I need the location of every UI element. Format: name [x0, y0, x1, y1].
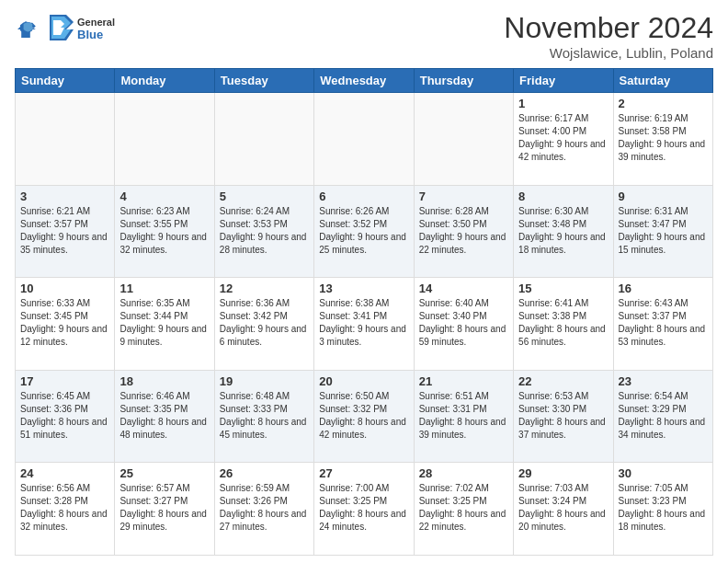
calendar-cell: 14Sunrise: 6:40 AM Sunset: 3:40 PM Dayli…	[414, 278, 513, 371]
day-number: 3	[20, 190, 109, 203]
day-info: Sunrise: 6:24 AM Sunset: 3:53 PM Dayligh…	[220, 205, 309, 257]
day-info: Sunrise: 6:59 AM Sunset: 3:26 PM Dayligh…	[220, 482, 309, 534]
day-number: 2	[619, 97, 708, 110]
calendar-cell: 30Sunrise: 7:05 AM Sunset: 3:23 PM Dayli…	[613, 463, 712, 556]
header-saturday: Saturday	[613, 69, 712, 93]
calendar-cell: 1Sunrise: 6:17 AM Sunset: 4:00 PM Daylig…	[514, 93, 613, 186]
day-info: Sunrise: 6:21 AM Sunset: 3:57 PM Dayligh…	[20, 205, 109, 257]
day-info: Sunrise: 6:17 AM Sunset: 4:00 PM Dayligh…	[518, 112, 608, 164]
calendar-cell: 12Sunrise: 6:36 AM Sunset: 3:42 PM Dayli…	[214, 278, 313, 371]
day-number: 18	[119, 374, 209, 388]
day-info: Sunrise: 6:53 AM Sunset: 3:30 PM Dayligh…	[518, 390, 608, 442]
calendar-cell: 26Sunrise: 6:59 AM Sunset: 3:26 PM Dayli…	[214, 463, 313, 556]
calendar-cell: 11Sunrise: 6:35 AM Sunset: 3:44 PM Dayli…	[115, 278, 214, 371]
calendar-cell: 16Sunrise: 6:43 AM Sunset: 3:37 PM Dayli…	[613, 278, 712, 371]
day-info: Sunrise: 6:48 AM Sunset: 3:33 PM Dayligh…	[220, 390, 309, 442]
day-info: Sunrise: 6:38 AM Sunset: 3:41 PM Dayligh…	[319, 297, 408, 349]
day-number: 22	[518, 374, 608, 388]
day-info: Sunrise: 6:41 AM Sunset: 3:38 PM Dayligh…	[518, 297, 608, 349]
month-title: November 2024	[504, 11, 713, 45]
day-number: 29	[518, 466, 608, 480]
top-section: General Blue November 2024 Wojslawice, L…	[15, 11, 713, 61]
calendar-cell	[314, 93, 414, 186]
week-row-2: 3Sunrise: 6:21 AM Sunset: 3:57 PM Daylig…	[16, 185, 713, 278]
logo-text: General Blue	[40, 11, 123, 48]
header-sunday: Sunday	[16, 69, 115, 93]
header-tuesday: Tuesday	[214, 69, 313, 93]
day-info: Sunrise: 6:51 AM Sunset: 3:31 PM Dayligh…	[419, 390, 508, 442]
calendar-cell	[214, 93, 313, 186]
day-number: 14	[419, 282, 508, 295]
calendar-cell: 25Sunrise: 6:57 AM Sunset: 3:27 PM Dayli…	[115, 463, 214, 556]
calendar-cell: 20Sunrise: 6:50 AM Sunset: 3:32 PM Dayli…	[314, 370, 414, 463]
calendar: Sunday Monday Tuesday Wednesday Thursday…	[15, 68, 713, 556]
day-info: Sunrise: 6:54 AM Sunset: 3:29 PM Dayligh…	[619, 390, 708, 442]
day-info: Sunrise: 6:56 AM Sunset: 3:28 PM Dayligh…	[20, 482, 109, 534]
calendar-cell: 22Sunrise: 6:53 AM Sunset: 3:30 PM Dayli…	[514, 370, 613, 463]
calendar-cell	[115, 93, 214, 186]
day-info: Sunrise: 7:03 AM Sunset: 3:24 PM Dayligh…	[518, 482, 608, 534]
day-info: Sunrise: 6:23 AM Sunset: 3:55 PM Dayligh…	[119, 205, 209, 257]
day-info: Sunrise: 7:05 AM Sunset: 3:23 PM Dayligh…	[619, 482, 708, 534]
logo-icon	[15, 18, 37, 40]
day-number: 25	[119, 466, 209, 480]
day-number: 9	[619, 190, 708, 203]
day-number: 17	[20, 374, 109, 388]
day-number: 24	[20, 466, 109, 480]
logo: General Blue	[15, 11, 123, 48]
week-row-3: 10Sunrise: 6:33 AM Sunset: 3:45 PM Dayli…	[16, 278, 713, 371]
day-number: 30	[619, 466, 708, 480]
day-info: Sunrise: 7:02 AM Sunset: 3:25 PM Dayligh…	[419, 482, 508, 534]
calendar-cell	[16, 93, 115, 186]
calendar-cell: 24Sunrise: 6:56 AM Sunset: 3:28 PM Dayli…	[16, 463, 115, 556]
calendar-cell	[414, 93, 513, 186]
calendar-cell: 5Sunrise: 6:24 AM Sunset: 3:53 PM Daylig…	[214, 185, 313, 278]
day-number: 10	[20, 282, 109, 295]
day-info: Sunrise: 6:33 AM Sunset: 3:45 PM Dayligh…	[20, 297, 109, 349]
day-info: Sunrise: 6:46 AM Sunset: 3:35 PM Dayligh…	[119, 390, 209, 442]
calendar-cell: 3Sunrise: 6:21 AM Sunset: 3:57 PM Daylig…	[16, 185, 115, 278]
calendar-cell: 8Sunrise: 6:30 AM Sunset: 3:48 PM Daylig…	[514, 185, 613, 278]
header-wednesday: Wednesday	[314, 69, 414, 93]
svg-text:General: General	[77, 17, 115, 28]
day-number: 1	[518, 97, 608, 110]
calendar-cell: 9Sunrise: 6:31 AM Sunset: 3:47 PM Daylig…	[613, 185, 712, 278]
calendar-cell: 2Sunrise: 6:19 AM Sunset: 3:58 PM Daylig…	[613, 93, 712, 186]
day-info: Sunrise: 6:57 AM Sunset: 3:27 PM Dayligh…	[119, 482, 209, 534]
header-friday: Friday	[514, 69, 613, 93]
header-row: Sunday Monday Tuesday Wednesday Thursday…	[16, 69, 713, 93]
calendar-cell: 23Sunrise: 6:54 AM Sunset: 3:29 PM Dayli…	[613, 370, 712, 463]
day-info: Sunrise: 6:50 AM Sunset: 3:32 PM Dayligh…	[319, 390, 408, 442]
calendar-cell: 21Sunrise: 6:51 AM Sunset: 3:31 PM Dayli…	[414, 370, 513, 463]
title-section: November 2024 Wojslawice, Lublin, Poland	[504, 11, 713, 61]
day-info: Sunrise: 6:36 AM Sunset: 3:42 PM Dayligh…	[220, 297, 309, 349]
day-number: 13	[319, 282, 408, 295]
calendar-cell: 4Sunrise: 6:23 AM Sunset: 3:55 PM Daylig…	[115, 185, 214, 278]
page: General Blue November 2024 Wojslawice, L…	[0, 0, 728, 563]
day-info: Sunrise: 6:45 AM Sunset: 3:36 PM Dayligh…	[20, 390, 109, 442]
day-number: 28	[419, 466, 508, 480]
day-info: Sunrise: 7:00 AM Sunset: 3:25 PM Dayligh…	[319, 482, 408, 534]
day-number: 23	[619, 374, 708, 388]
day-info: Sunrise: 6:26 AM Sunset: 3:52 PM Dayligh…	[319, 205, 408, 257]
day-info: Sunrise: 6:30 AM Sunset: 3:48 PM Dayligh…	[518, 205, 608, 257]
day-number: 15	[518, 282, 608, 295]
calendar-cell: 13Sunrise: 6:38 AM Sunset: 3:41 PM Dayli…	[314, 278, 414, 371]
week-row-4: 17Sunrise: 6:45 AM Sunset: 3:36 PM Dayli…	[16, 370, 713, 463]
day-number: 6	[319, 190, 408, 203]
calendar-cell: 27Sunrise: 7:00 AM Sunset: 3:25 PM Dayli…	[314, 463, 414, 556]
calendar-cell: 18Sunrise: 6:46 AM Sunset: 3:35 PM Dayli…	[115, 370, 214, 463]
day-info: Sunrise: 6:31 AM Sunset: 3:47 PM Dayligh…	[619, 205, 708, 257]
calendar-cell: 7Sunrise: 6:28 AM Sunset: 3:50 PM Daylig…	[414, 185, 513, 278]
day-number: 7	[419, 190, 508, 203]
calendar-cell: 19Sunrise: 6:48 AM Sunset: 3:33 PM Dayli…	[214, 370, 313, 463]
day-number: 11	[119, 282, 209, 295]
calendar-cell: 29Sunrise: 7:03 AM Sunset: 3:24 PM Dayli…	[514, 463, 613, 556]
header-thursday: Thursday	[414, 69, 513, 93]
day-info: Sunrise: 6:43 AM Sunset: 3:37 PM Dayligh…	[619, 297, 708, 349]
day-number: 27	[319, 466, 408, 480]
calendar-cell: 6Sunrise: 6:26 AM Sunset: 3:52 PM Daylig…	[314, 185, 414, 278]
subtitle: Wojslawice, Lublin, Poland	[504, 45, 713, 61]
day-number: 4	[119, 190, 209, 203]
day-number: 8	[518, 190, 608, 203]
